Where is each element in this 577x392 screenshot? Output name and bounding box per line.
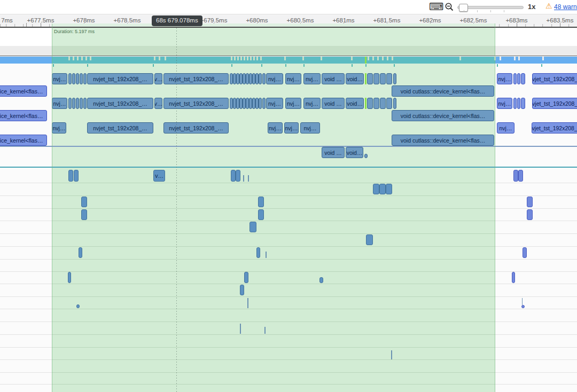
- kernel-block[interactable]: nvj…: [303, 73, 321, 84]
- kernel-block[interactable]: void cutlass::device_kernel<flas…: [392, 85, 494, 97]
- kernel-slice[interactable]: [68, 98, 72, 109]
- kernel-block[interactable]: nvjet_tst_192x208_…: [87, 73, 153, 84]
- kernel-slice[interactable]: [517, 98, 520, 109]
- kernel-slice[interactable]: [76, 73, 79, 84]
- kernel-slice[interactable]: [364, 154, 368, 158]
- kernel-block[interactable]: nvj…: [284, 122, 299, 134]
- kernel-block[interactable]: nvj…: [303, 98, 321, 109]
- kernel-block[interactable]: void…: [346, 73, 364, 84]
- kernel-slice[interactable]: [262, 98, 266, 109]
- event-slice[interactable]: [527, 197, 533, 207]
- kernel-slice[interactable]: [367, 73, 373, 84]
- kernel-slice[interactable]: [83, 73, 87, 84]
- kernel-block[interactable]: nvj…: [266, 73, 283, 84]
- kernel-block[interactable]: nvjet_tst_192x208_…: [163, 122, 229, 134]
- warnings-link[interactable]: 48 warnings: [554, 3, 577, 11]
- selection-right-edge[interactable]: [495, 23, 495, 392]
- kernel-block[interactable]: nvj…: [52, 98, 67, 109]
- kernel-block[interactable]: nvj…: [266, 98, 283, 109]
- kernel-block[interactable]: ice_kernel<flas…: [0, 110, 47, 121]
- event-tick[interactable]: [266, 252, 267, 258]
- kernel-block[interactable]: nvj…: [268, 122, 283, 134]
- kernel-slice[interactable]: [72, 98, 75, 109]
- event-slice[interactable]: [513, 170, 518, 182]
- kernel-slice[interactable]: [259, 73, 262, 84]
- kernel-slice[interactable]: [380, 98, 386, 109]
- kernel-block[interactable]: nvj…: [497, 73, 512, 84]
- kernel-slice[interactable]: [517, 73, 520, 84]
- event-slice[interactable]: [527, 209, 533, 220]
- kernel-slice[interactable]: [262, 73, 266, 84]
- event-slice[interactable]: [373, 184, 379, 194]
- event-slice[interactable]: [518, 170, 523, 182]
- event-slice[interactable]: [74, 170, 79, 182]
- kernel-slice[interactable]: [367, 98, 373, 109]
- kernel-slice[interactable]: [393, 73, 396, 84]
- kernel-block[interactable]: void …: [322, 98, 345, 109]
- kernel-block[interactable]: nvjet_tst_192x208_…: [87, 122, 153, 134]
- event-slice[interactable]: [244, 272, 248, 283]
- timeline-tracks[interactable]: Duration: 5.197 ms nvj…nvjet_tst_192x208…: [0, 27, 577, 392]
- kernel-slice[interactable]: [386, 73, 392, 84]
- kernel-slice[interactable]: [259, 98, 262, 109]
- kernel-block[interactable]: nvj…: [497, 98, 512, 109]
- kernel-slice[interactable]: [373, 98, 379, 109]
- event-tick[interactable]: [522, 298, 523, 305]
- event-slice[interactable]: [319, 277, 323, 283]
- event-tick[interactable]: [264, 327, 266, 334]
- selection-left-edge[interactable]: [52, 23, 52, 392]
- kernel-slice[interactable]: [68, 73, 72, 84]
- event-tick[interactable]: [247, 298, 248, 308]
- event-slice[interactable]: [81, 197, 87, 207]
- kernel-block[interactable]: ice_kernel<flas…: [0, 85, 47, 97]
- kernel-block[interactable]: v…: [154, 98, 162, 109]
- keyboard-shortcuts-icon[interactable]: ⌨: [429, 1, 443, 13]
- kernel-slice[interactable]: [80, 98, 83, 109]
- kernel-slice[interactable]: [380, 73, 386, 84]
- zoom-slider[interactable]: [457, 6, 524, 9]
- kernel-block[interactable]: void cutlass::device_kernel<flas…: [392, 110, 494, 121]
- event-slice[interactable]: [512, 272, 515, 283]
- kernel-block[interactable]: void…: [346, 147, 363, 158]
- kernel-block[interactable]: nvj…: [52, 73, 67, 84]
- event-slice[interactable]: [231, 170, 236, 182]
- event-tick[interactable]: [243, 175, 244, 182]
- kernel-block[interactable]: nvjet_tst_192x208_…: [163, 98, 229, 109]
- event-slice[interactable]: [258, 209, 264, 220]
- kernel-block[interactable]: nvj…: [300, 122, 320, 134]
- kernel-slice[interactable]: [521, 73, 525, 84]
- kernel-slice[interactable]: [76, 98, 79, 109]
- kernel-block[interactable]: nvjet_tst_192x208_…: [87, 98, 153, 109]
- event-slice[interactable]: [249, 222, 256, 232]
- event-slice[interactable]: [76, 304, 80, 308]
- kernel-slice[interactable]: [72, 73, 75, 84]
- event-slice[interactable]: [379, 184, 386, 194]
- event-slice[interactable]: [236, 170, 240, 182]
- kernel-block[interactable]: nvj…: [52, 122, 66, 134]
- event-slice[interactable]: [523, 247, 527, 258]
- kernel-slice[interactable]: [373, 73, 379, 84]
- kernel-slice[interactable]: [80, 73, 83, 84]
- event-slice[interactable]: [366, 234, 373, 245]
- kernel-slice[interactable]: [521, 98, 525, 109]
- event-slice[interactable]: [240, 285, 244, 295]
- zoom-out-icon[interactable]: [445, 2, 454, 14]
- kernel-block[interactable]: void cutlass::device_kernel<flas…: [392, 135, 494, 146]
- kernel-block[interactable]: nvjet_tst_192x208_…: [532, 73, 577, 84]
- kernel-slice[interactable]: [386, 98, 392, 109]
- kernel-block[interactable]: nvjet_tst_192x208_…: [532, 98, 577, 109]
- kernel-slice[interactable]: [513, 98, 517, 109]
- event-slice[interactable]: [258, 197, 264, 207]
- kernel-block[interactable]: void…: [346, 98, 364, 109]
- kernel-block[interactable]: nvjet_tst_192x208_…: [532, 122, 577, 134]
- event-tick[interactable]: [391, 350, 392, 359]
- kernel-slice[interactable]: [393, 98, 396, 109]
- kernel-slice[interactable]: [83, 98, 87, 109]
- event-slice[interactable]: [81, 209, 87, 220]
- kernel-block[interactable]: nvj…: [285, 73, 301, 84]
- event-slice[interactable]: [68, 170, 73, 182]
- kernel-block[interactable]: nvj…: [285, 98, 301, 109]
- kernel-slice[interactable]: [513, 73, 517, 84]
- kernel-block[interactable]: void …: [322, 147, 345, 158]
- kernel-block[interactable]: void …: [322, 73, 345, 84]
